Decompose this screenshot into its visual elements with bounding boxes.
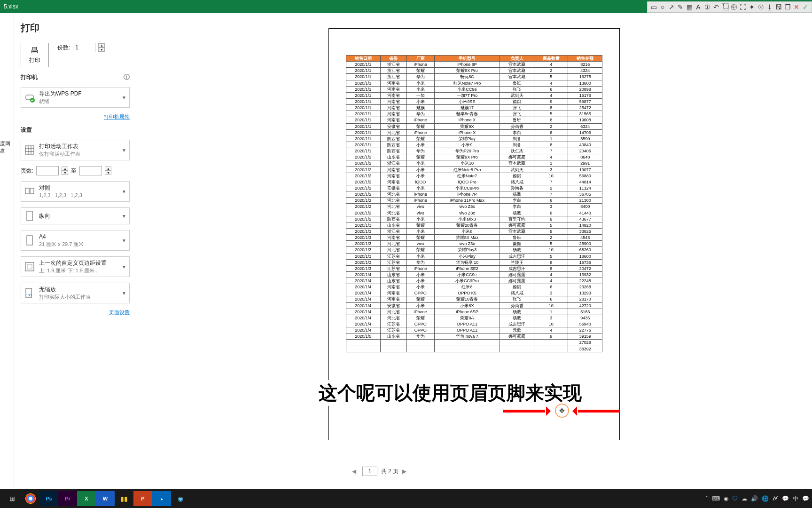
table-cell: iPhone: [407, 309, 434, 315]
ocr-icon[interactable]: ⿺: [721, 3, 729, 11]
page-to-down[interactable]: ▼: [105, 171, 111, 175]
table-cell: 娜可露露: [500, 333, 534, 340]
scale-dropdown[interactable]: 100 无缩放 打印实际大小的工作表 ▼: [21, 283, 130, 303]
table-cell: OPPO: [407, 327, 434, 333]
mosaic-icon[interactable]: ▦: [685, 3, 694, 11]
vscode-icon[interactable]: ▸: [152, 491, 171, 506]
save-icon[interactable]: 🖫: [774, 3, 783, 11]
table-cell: 山东省: [380, 278, 407, 284]
prev-page-icon[interactable]: ◀: [352, 468, 359, 475]
tray-keyboard-icon[interactable]: ⌨: [712, 495, 720, 502]
pen-icon[interactable]: ✎: [676, 3, 685, 11]
text-icon[interactable]: A: [694, 3, 703, 11]
table-cell: 华为畅享 10: [434, 259, 500, 265]
table-cell: [534, 346, 568, 352]
rect-icon[interactable]: ▭: [649, 3, 658, 11]
next-page-icon[interactable]: ▶: [402, 468, 409, 475]
size-dropdown[interactable]: A4 21 厘米 x 29.7 厘米 ▼: [21, 230, 130, 251]
tray-network-icon[interactable]: 🌐: [762, 495, 769, 502]
download-icon[interactable]: ⭳: [765, 3, 774, 11]
tray-shield-icon[interactable]: 🛡: [732, 495, 738, 502]
start-button[interactable]: ⊞: [3, 491, 22, 506]
table-cell: 一加7T Pro: [434, 92, 500, 98]
copy-icon[interactable]: ❐: [783, 3, 792, 11]
copies-label: 份数:: [57, 44, 70, 52]
table-cell: 2020/1/3: [346, 253, 381, 259]
powerpoint-icon[interactable]: P: [133, 491, 152, 506]
table-cell: 2020/1/2: [346, 191, 381, 198]
tray-battery-icon[interactable]: 🗲: [773, 495, 778, 502]
circle-icon[interactable]: ○: [658, 3, 667, 11]
printer-dropdown[interactable]: 导出为WPS PDF 就绪 ▼: [21, 87, 130, 108]
table-cell: 魅族17: [434, 105, 500, 111]
table-cell: 8: [534, 105, 568, 111]
table-cell: 2: [534, 123, 568, 129]
collate-dropdown[interactable]: 对照 1,2,3 1,2,3 1,2,3 ▼: [21, 181, 130, 202]
print-button-label: 打印: [29, 56, 40, 64]
undo-icon[interactable]: ↶: [712, 3, 720, 11]
page-to-up[interactable]: ▲: [105, 167, 111, 171]
table-row: 2020/1/4河南省OPPOOPPO K5猪八戒313293: [346, 290, 602, 296]
table-cell: 2020/1/1: [346, 92, 381, 98]
page-from-down[interactable]: ▼: [62, 171, 68, 175]
table-cell: 成吉思汗: [500, 321, 534, 327]
excel-icon[interactable]: X: [77, 491, 96, 506]
tray-notify-icon[interactable]: 💬: [802, 495, 809, 502]
table-cell: 2020/1/4: [346, 278, 381, 284]
table-header: 销售金额: [568, 56, 602, 62]
print-button[interactable]: 🖶 打印: [21, 43, 49, 67]
tray-location-icon[interactable]: ◉: [724, 495, 728, 502]
table-cell: iPhone: [407, 129, 434, 135]
table-cell: 42720: [568, 302, 602, 309]
table-cell: 杨戬: [500, 210, 534, 216]
premiere-icon[interactable]: Pr: [58, 491, 77, 506]
table-cell: 廉颇: [500, 241, 534, 247]
translate-icon[interactable]: ㊥: [730, 3, 738, 11]
photoshop-icon[interactable]: Ps: [39, 491, 58, 506]
tray-volume-icon[interactable]: 🔊: [751, 495, 758, 502]
copies-down[interactable]: ▼: [98, 48, 105, 52]
tray-cloud-icon[interactable]: ☁: [742, 495, 747, 502]
table-cell: 河南省: [380, 80, 407, 86]
page-from-up[interactable]: ▲: [62, 167, 68, 171]
copies-input[interactable]: [73, 43, 95, 52]
collate-l1: 对照: [39, 184, 118, 192]
table-row: 2020/1/1河南省iPhoneiPhone X鲁班819608: [346, 117, 602, 123]
chrome-icon[interactable]: [25, 493, 36, 504]
page-from-input[interactable]: [36, 166, 59, 175]
table-cell: 娜可露露: [500, 271, 534, 278]
resize-icon[interactable]: ⛶: [739, 3, 747, 11]
close-icon[interactable]: ✕: [792, 3, 801, 11]
table-cell: 河南省: [380, 235, 407, 241]
number-icon[interactable]: ①: [703, 3, 711, 11]
tray-wechat-icon[interactable]: 💬: [782, 495, 789, 502]
table-cell: 孙尚香: [500, 185, 534, 191]
table-cell: [500, 346, 534, 352]
browser-icon[interactable]: ◉: [171, 491, 190, 506]
table-cell: 河北省: [380, 204, 407, 210]
table-cell: 8: [534, 259, 568, 265]
confirm-icon[interactable]: ✓: [801, 3, 810, 11]
page-to-input[interactable]: [79, 166, 102, 175]
share-icon[interactable]: ☉: [757, 3, 765, 11]
powerbi-icon[interactable]: ▮▮: [115, 491, 133, 506]
copies-up[interactable]: ▲: [98, 43, 105, 48]
page-number-input[interactable]: [362, 467, 377, 476]
table-cell: 4: [534, 62, 568, 68]
orientation-dropdown[interactable]: 纵向 ▼: [21, 207, 130, 224]
scope-dropdown[interactable]: 打印活动工作表 仅打印活动工作表 ▼: [21, 140, 130, 160]
printer-props-link[interactable]: 打印机属性: [21, 113, 130, 120]
table-cell: 20898: [568, 86, 602, 92]
page-setup-link[interactable]: 页面设置: [21, 309, 130, 316]
table-cell: 2020/1/1: [346, 98, 381, 104]
pin-icon[interactable]: ✦: [748, 3, 756, 11]
tray-ime[interactable]: 中: [793, 495, 798, 503]
table-cell: [407, 340, 434, 346]
chevron-down-icon: ▼: [122, 291, 126, 296]
margins-dropdown[interactable]: 上一次的自定义页边距设置 上: 1.9 厘米 下: 1.9 厘米... ▼: [21, 256, 130, 277]
arrow-icon[interactable]: ↗: [667, 3, 676, 11]
word-icon[interactable]: W: [96, 491, 115, 506]
tray-up-icon[interactable]: ˄: [705, 495, 708, 502]
info-icon[interactable]: ⓘ: [124, 73, 130, 81]
table-cell: 5: [534, 74, 568, 80]
